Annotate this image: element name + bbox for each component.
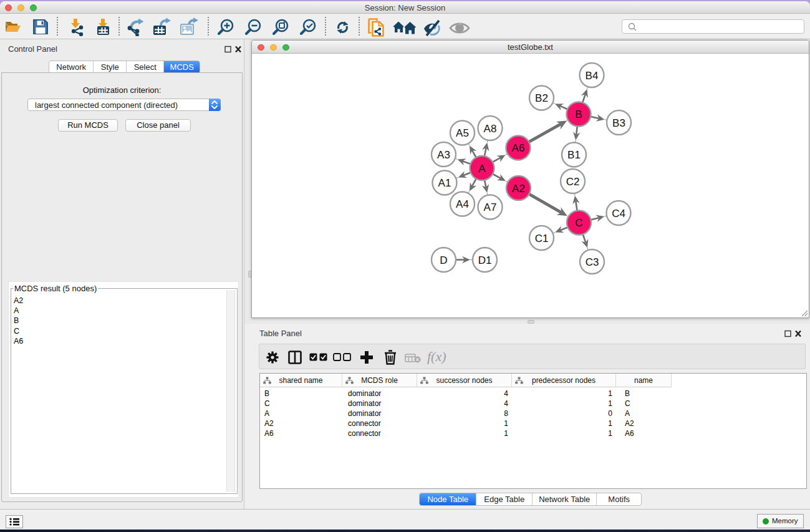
- svg-text:D: D: [440, 254, 447, 266]
- svg-text:C1: C1: [534, 233, 548, 244]
- svg-text:A1: A1: [438, 177, 451, 189]
- svg-text:C3: C3: [585, 256, 599, 268]
- svg-text:A5: A5: [456, 127, 469, 139]
- svg-text:B1: B1: [567, 149, 581, 161]
- svg-text:C4: C4: [612, 208, 625, 220]
- svg-text:B: B: [575, 109, 582, 120]
- svg-text:A: A: [478, 163, 486, 175]
- svg-text:A3: A3: [437, 149, 450, 161]
- svg-text:A8: A8: [483, 123, 496, 135]
- svg-text:C: C: [575, 217, 582, 229]
- svg-text:D1: D1: [478, 254, 491, 266]
- svg-text:B2: B2: [535, 92, 548, 104]
- svg-text:B3: B3: [612, 117, 625, 129]
- svg-text:B4: B4: [585, 70, 598, 82]
- svg-text:C2: C2: [566, 176, 579, 188]
- svg-text:A4: A4: [456, 198, 469, 210]
- svg-text:A7: A7: [483, 201, 496, 213]
- svg-text:A6: A6: [511, 142, 524, 154]
- svg-text:A2: A2: [512, 183, 525, 195]
